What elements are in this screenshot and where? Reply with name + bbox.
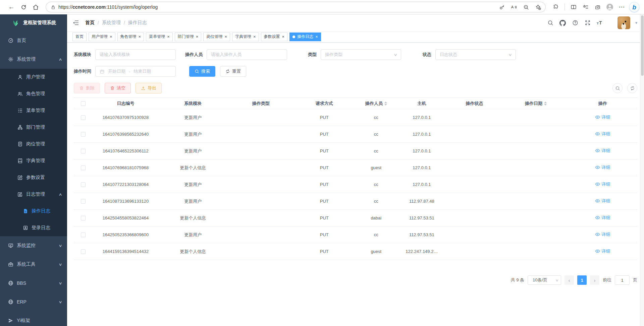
select-all-checkbox[interactable]: [81, 101, 86, 106]
user-avatar[interactable]: [618, 16, 630, 29]
tab-操作日志[interactable]: 操作日志×: [289, 32, 321, 41]
breadcrumb-home[interactable]: 首页: [85, 20, 95, 26]
tab-close-icon[interactable]: ×: [167, 34, 170, 39]
row-checkbox[interactable]: [81, 249, 86, 254]
sidebar-item-home[interactable]: 首页: [0, 31, 67, 50]
sort-carets-icon[interactable]: [384, 102, 387, 106]
browser-profile-icon[interactable]: [605, 2, 614, 12]
sidebar-item-oper-log[interactable]: 操作日志: [0, 203, 67, 219]
column-header-operator[interactable]: 操作人员: [354, 98, 398, 109]
zoom-out-icon[interactable]: [522, 3, 530, 11]
github-icon[interactable]: [558, 18, 567, 27]
tab-close-icon[interactable]: ×: [253, 34, 256, 39]
sidebar-item-log-mgmt[interactable]: 日志管理∧: [0, 186, 67, 203]
detail-link[interactable]: 详细: [595, 181, 610, 187]
header-search-icon[interactable]: [546, 18, 555, 27]
read-aloud-icon[interactable]: A: [510, 3, 518, 11]
detail-link[interactable]: 详细: [595, 215, 610, 221]
tab-close-icon[interactable]: ×: [224, 34, 227, 39]
detail-link[interactable]: 详细: [595, 131, 610, 137]
row-checkbox[interactable]: [81, 166, 86, 170]
date-range-input[interactable]: 开始日期 - 结束日期: [95, 66, 176, 77]
row-checkbox[interactable]: [81, 233, 86, 237]
sort-carets-icon[interactable]: [544, 102, 547, 106]
sidebar-item-param-settings[interactable]: 参数设置: [0, 169, 67, 186]
url-text[interactable]: https://ccnetcore.com:1101/system/log/op…: [58, 4, 495, 10]
clear-button[interactable]: 清空: [105, 83, 131, 93]
page-size-select[interactable]: 10条/页∨: [528, 275, 561, 285]
avatar-caret-icon[interactable]: ▾: [635, 20, 637, 25]
detail-link[interactable]: 详细: [595, 148, 610, 154]
scrollbar-thumb[interactable]: [641, 15, 644, 76]
fullscreen-icon[interactable]: [583, 18, 592, 27]
browser-more-icon[interactable]: ⋯: [617, 2, 627, 12]
tab-close-icon[interactable]: ×: [139, 34, 141, 39]
tab-close-icon[interactable]: ×: [282, 34, 285, 39]
favorite-add-icon[interactable]: [534, 3, 542, 11]
sidebar-item-erp[interactable]: ERP∨: [0, 292, 67, 311]
sidebar-item-system-mgmt[interactable]: 系统管理∧: [0, 50, 67, 69]
export-button[interactable]: 导出: [136, 83, 162, 93]
tab-菜单管理[interactable]: 菜单管理×: [146, 32, 173, 41]
page-1-button[interactable]: 1: [577, 275, 587, 285]
tab-字典管理[interactable]: 字典管理×: [232, 32, 259, 41]
show-search-toggle-icon[interactable]: [612, 83, 623, 93]
module-input[interactable]: 请输入系统模块: [95, 49, 176, 60]
tab-岗位管理[interactable]: 岗位管理×: [203, 32, 230, 41]
detail-link[interactable]: 详细: [595, 114, 610, 120]
status-select[interactable]: 日志状态∨: [435, 49, 516, 60]
page-scrollbar[interactable]: [640, 14, 644, 326]
goto-page-input[interactable]: 1: [615, 275, 630, 285]
tab-部门管理[interactable]: 部门管理×: [175, 32, 202, 41]
sidebar-item-system-monitor[interactable]: 系统监控∨: [0, 236, 67, 255]
sidebar-item-dept-mgmt[interactable]: 部门管理: [0, 119, 67, 136]
sidebar-item-dict-mgmt[interactable]: 字典管理: [0, 152, 67, 169]
delete-button[interactable]: 删除: [74, 83, 100, 93]
tab-close-icon[interactable]: ×: [315, 34, 318, 39]
browser-back-icon[interactable]: ←: [7, 2, 16, 12]
detail-link[interactable]: 详细: [595, 232, 610, 238]
sidebar-item-role-mgmt[interactable]: 角色管理: [0, 85, 67, 102]
next-page-button[interactable]: ›: [590, 275, 599, 285]
prev-page-button[interactable]: ‹: [565, 275, 574, 285]
sidebar-item-menu-mgmt[interactable]: 菜单管理: [0, 102, 67, 119]
tab-用户管理[interactable]: 用户管理×: [89, 32, 115, 41]
operator-input[interactable]: 请输入操作人员: [207, 49, 287, 60]
row-checkbox[interactable]: [81, 182, 86, 187]
collections-icon[interactable]: [593, 2, 602, 12]
browser-refresh-icon[interactable]: [19, 2, 28, 12]
tab-首页[interactable]: 首页: [72, 32, 87, 41]
sidebar-item-login-log[interactable]: 登录日志: [0, 219, 67, 236]
row-checkbox[interactable]: [81, 216, 86, 220]
row-checkbox[interactable]: [81, 149, 86, 153]
password-key-icon[interactable]: [498, 3, 506, 11]
tab-close-icon[interactable]: ×: [110, 34, 112, 39]
detail-link[interactable]: 详细: [595, 248, 610, 254]
breadcrumb-system[interactable]: 系统管理: [102, 20, 121, 26]
sidebar-item-post-mgmt[interactable]: 岗位管理: [0, 136, 67, 152]
tab-close-icon[interactable]: ×: [196, 34, 199, 39]
row-checkbox[interactable]: [81, 115, 86, 120]
detail-link[interactable]: 详细: [595, 165, 610, 171]
sidebar-item-user-mgmt[interactable]: 用户管理: [0, 69, 67, 85]
sidebar-item-yi-framework[interactable]: Yi框架: [0, 311, 67, 326]
browser-home-icon[interactable]: [31, 2, 40, 12]
tab-参数设置[interactable]: 参数设置×: [261, 32, 288, 41]
favorites-bar-icon[interactable]: [581, 2, 590, 12]
refresh-table-icon[interactable]: [627, 83, 637, 93]
tab-角色管理[interactable]: 角色管理×: [117, 32, 144, 41]
row-checkbox[interactable]: [81, 132, 86, 137]
split-screen-icon[interactable]: [569, 2, 578, 12]
extensions-icon[interactable]: [551, 2, 560, 12]
sidebar-fold-icon[interactable]: [72, 19, 79, 26]
type-select[interactable]: 操作类型∨: [321, 49, 401, 60]
detail-link[interactable]: 详细: [595, 198, 610, 204]
help-icon[interactable]: [571, 18, 580, 27]
font-size-icon[interactable]: TT: [596, 18, 604, 27]
column-header-date[interactable]: 操作日期: [504, 98, 568, 109]
bing-chat-icon[interactable]: b: [629, 2, 639, 12]
row-checkbox[interactable]: [81, 199, 86, 204]
reset-button[interactable]: 重置: [220, 66, 246, 77]
search-button[interactable]: 搜索: [189, 66, 215, 77]
sidebar-item-bbs[interactable]: BBS∨: [0, 274, 67, 292]
